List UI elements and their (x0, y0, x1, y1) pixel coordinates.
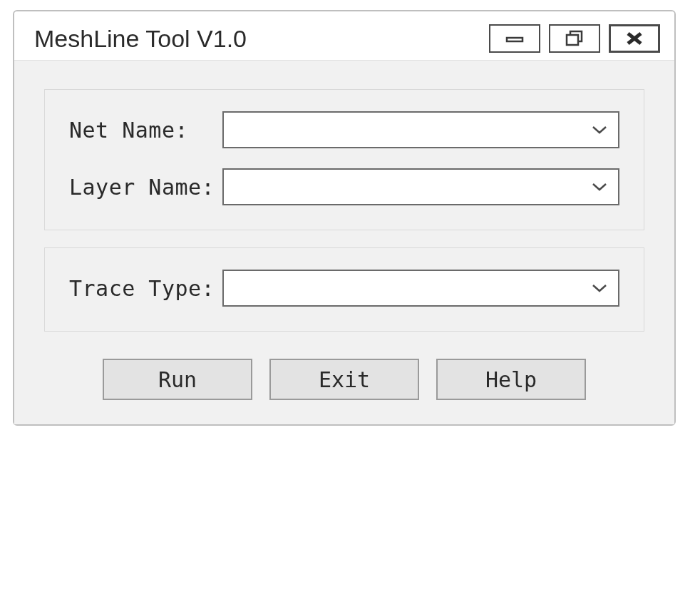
maximize-button[interactable] (549, 24, 600, 53)
layer-name-dropdown[interactable] (222, 168, 619, 205)
trace-type-label: Trace Type: (69, 276, 222, 301)
field-row-trace-type: Trace Type: (69, 270, 619, 307)
maximize-icon (564, 30, 585, 47)
group-net-layer: Net Name: Layer Name: (44, 89, 644, 230)
titlebar: MeshLine Tool V1.0 (14, 11, 674, 61)
application-window: MeshLine Tool V1.0 (13, 10, 676, 426)
window-controls (489, 24, 660, 53)
window-title: MeshLine Tool V1.0 (34, 25, 247, 53)
client-area: Net Name: Layer Name: (14, 61, 674, 424)
minimize-icon (504, 34, 525, 44)
close-icon (624, 31, 645, 46)
group-trace: Trace Type: (44, 247, 644, 332)
field-row-layer-name: Layer Name: (69, 168, 619, 205)
field-row-net-name: Net Name: (69, 111, 619, 148)
layer-name-label: Layer Name: (69, 175, 222, 200)
trace-type-dropdown[interactable] (222, 270, 619, 307)
chevron-down-icon (591, 283, 608, 293)
chevron-down-icon (591, 182, 608, 192)
minimize-button[interactable] (489, 24, 540, 53)
button-row: Run Exit Help (44, 359, 644, 400)
close-button[interactable] (609, 24, 660, 53)
net-name-label: Net Name: (69, 118, 222, 143)
run-button[interactable]: Run (103, 359, 252, 400)
svg-rect-2 (567, 35, 578, 45)
net-name-dropdown[interactable] (222, 111, 619, 148)
help-button[interactable]: Help (436, 359, 586, 400)
exit-button[interactable]: Exit (269, 359, 419, 400)
chevron-down-icon (591, 125, 608, 135)
svg-rect-0 (507, 38, 523, 41)
